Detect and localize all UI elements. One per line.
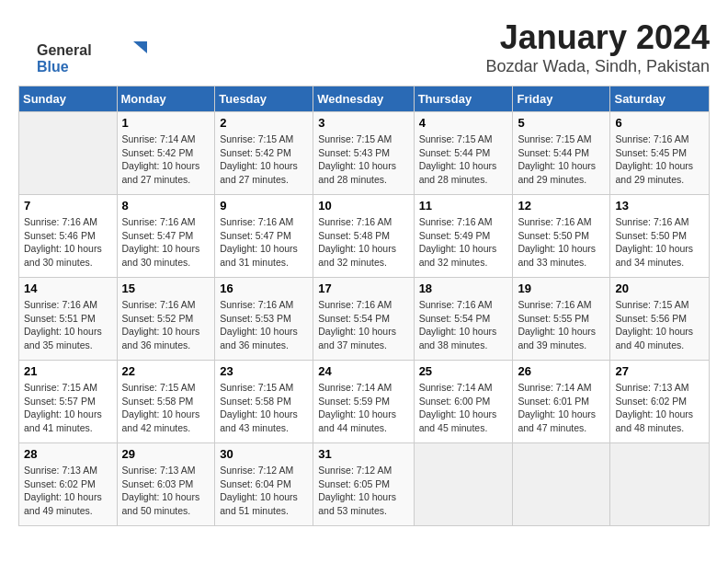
calendar-cell: 16Sunrise: 7:16 AMSunset: 5:53 PMDayligh… (215, 278, 313, 361)
day-info: Sunrise: 7:16 AMSunset: 5:50 PMDaylight:… (615, 215, 704, 270)
day-info: Sunrise: 7:16 AMSunset: 5:51 PMDaylight:… (24, 298, 112, 352)
calendar-cell: 8Sunrise: 7:16 AMSunset: 5:47 PMDaylight… (117, 195, 215, 278)
day-number: 26 (518, 364, 605, 378)
day-number: 25 (419, 364, 508, 378)
day-info: Sunrise: 7:15 AMSunset: 5:44 PMDaylight:… (518, 132, 605, 187)
day-info: Sunrise: 7:15 AMSunset: 5:42 PMDaylight:… (220, 132, 308, 187)
calendar-cell: 25Sunrise: 7:14 AMSunset: 6:00 PMDayligh… (414, 361, 513, 443)
day-number: 14 (24, 282, 112, 295)
calendar-cell: 21Sunrise: 7:15 AMSunset: 5:57 PMDayligh… (19, 361, 118, 443)
calendar-cell: 18Sunrise: 7:16 AMSunset: 5:54 PMDayligh… (414, 278, 513, 361)
day-number: 19 (518, 282, 605, 295)
day-info: Sunrise: 7:16 AMSunset: 5:47 PMDaylight:… (220, 215, 308, 270)
weekday-header-tuesday: Tuesday (215, 86, 313, 112)
day-info: Sunrise: 7:14 AMSunset: 6:00 PMDaylight:… (419, 381, 508, 435)
calendar-cell: 1Sunrise: 7:14 AMSunset: 5:42 PMDaylight… (117, 112, 215, 195)
calendar-cell: 7Sunrise: 7:16 AMSunset: 5:46 PMDaylight… (19, 195, 118, 278)
calendar-cell: 23Sunrise: 7:15 AMSunset: 5:58 PMDayligh… (215, 361, 313, 443)
weekday-header-row: SundayMondayTuesdayWednesdayThursdayFrid… (19, 86, 710, 112)
day-number: 15 (122, 282, 210, 295)
day-number: 23 (220, 364, 308, 378)
weekday-header-thursday: Thursday (414, 86, 513, 112)
day-info: Sunrise: 7:16 AMSunset: 5:49 PMDaylight:… (419, 215, 508, 270)
day-info: Sunrise: 7:16 AMSunset: 5:50 PMDaylight:… (518, 215, 605, 270)
day-info: Sunrise: 7:15 AMSunset: 5:44 PMDaylight:… (419, 132, 508, 187)
calendar-cell: 9Sunrise: 7:16 AMSunset: 5:47 PMDaylight… (215, 195, 313, 278)
calendar-cell: 12Sunrise: 7:16 AMSunset: 5:50 PMDayligh… (513, 195, 610, 278)
day-number: 13 (615, 199, 704, 213)
day-number: 5 (518, 116, 605, 130)
calendar-cell: 4Sunrise: 7:15 AMSunset: 5:44 PMDaylight… (414, 112, 513, 195)
week-row-5: 28Sunrise: 7:13 AMSunset: 6:02 PMDayligh… (19, 443, 710, 526)
day-number: 7 (24, 199, 112, 213)
page-wrapper: General Blue January 2024 Bozdar Wada, S… (18, 18, 710, 526)
calendar-cell: 31Sunrise: 7:12 AMSunset: 6:05 PMDayligh… (313, 443, 414, 526)
day-info: Sunrise: 7:16 AMSunset: 5:54 PMDaylight:… (318, 298, 408, 352)
calendar-cell: 3Sunrise: 7:15 AMSunset: 5:43 PMDaylight… (313, 112, 414, 195)
logo: General Blue (37, 37, 147, 82)
day-info: Sunrise: 7:15 AMSunset: 5:57 PMDaylight:… (24, 381, 112, 435)
calendar-cell: 28Sunrise: 7:13 AMSunset: 6:02 PMDayligh… (19, 443, 118, 526)
calendar-cell: 10Sunrise: 7:16 AMSunset: 5:48 PMDayligh… (313, 195, 414, 278)
day-number: 29 (122, 447, 210, 461)
weekday-header-friday: Friday (513, 86, 610, 112)
day-number: 21 (24, 364, 112, 378)
day-info: Sunrise: 7:16 AMSunset: 5:48 PMDaylight:… (318, 215, 408, 270)
calendar-cell: 2Sunrise: 7:15 AMSunset: 5:42 PMDaylight… (215, 112, 313, 195)
day-info: Sunrise: 7:16 AMSunset: 5:52 PMDaylight:… (122, 298, 210, 352)
week-row-3: 14Sunrise: 7:16 AMSunset: 5:51 PMDayligh… (19, 278, 710, 361)
calendar-cell: 17Sunrise: 7:16 AMSunset: 5:54 PMDayligh… (313, 278, 414, 361)
calendar-cell: 27Sunrise: 7:13 AMSunset: 6:02 PMDayligh… (610, 361, 710, 443)
week-row-1: 1Sunrise: 7:14 AMSunset: 5:42 PMDaylight… (19, 112, 710, 195)
day-info: Sunrise: 7:14 AMSunset: 6:01 PMDaylight:… (518, 381, 605, 435)
day-info: Sunrise: 7:14 AMSunset: 5:59 PMDaylight:… (318, 381, 408, 435)
calendar-cell: 24Sunrise: 7:14 AMSunset: 5:59 PMDayligh… (313, 361, 414, 443)
day-number: 24 (318, 364, 408, 378)
svg-text:General: General (37, 42, 92, 58)
calendar-cell: 19Sunrise: 7:16 AMSunset: 5:55 PMDayligh… (513, 278, 610, 361)
calendar-cell (513, 443, 610, 526)
day-number: 4 (419, 116, 508, 130)
day-number: 28 (24, 447, 112, 461)
calendar-cell (19, 112, 118, 195)
weekday-header-saturday: Saturday (610, 86, 710, 112)
calendar-cell: 11Sunrise: 7:16 AMSunset: 5:49 PMDayligh… (414, 195, 513, 278)
day-info: Sunrise: 7:16 AMSunset: 5:46 PMDaylight:… (24, 215, 112, 270)
calendar-cell: 13Sunrise: 7:16 AMSunset: 5:50 PMDayligh… (610, 195, 710, 278)
week-row-4: 21Sunrise: 7:15 AMSunset: 5:57 PMDayligh… (19, 361, 710, 443)
day-number: 17 (318, 282, 408, 295)
weekday-header-wednesday: Wednesday (313, 86, 414, 112)
day-number: 31 (318, 447, 408, 461)
day-number: 9 (220, 199, 308, 213)
day-info: Sunrise: 7:16 AMSunset: 5:55 PMDaylight:… (518, 298, 605, 352)
day-info: Sunrise: 7:12 AMSunset: 6:05 PMDaylight:… (318, 464, 408, 518)
svg-marker-1 (133, 41, 147, 53)
calendar-cell (414, 443, 513, 526)
svg-text:Blue: Blue (37, 59, 69, 75)
day-info: Sunrise: 7:16 AMSunset: 5:47 PMDaylight:… (122, 215, 210, 270)
day-info: Sunrise: 7:13 AMSunset: 6:02 PMDaylight:… (615, 381, 704, 435)
day-number: 18 (419, 282, 508, 295)
day-info: Sunrise: 7:16 AMSunset: 5:53 PMDaylight:… (220, 298, 308, 352)
day-number: 1 (122, 116, 210, 130)
day-info: Sunrise: 7:15 AMSunset: 5:56 PMDaylight:… (615, 298, 704, 352)
day-info: Sunrise: 7:15 AMSunset: 5:43 PMDaylight:… (318, 132, 408, 187)
calendar-cell: 22Sunrise: 7:15 AMSunset: 5:58 PMDayligh… (117, 361, 215, 443)
day-number: 6 (615, 116, 704, 130)
day-number: 20 (615, 282, 704, 295)
calendar-cell: 5Sunrise: 7:15 AMSunset: 5:44 PMDaylight… (513, 112, 610, 195)
day-info: Sunrise: 7:15 AMSunset: 5:58 PMDaylight:… (122, 381, 210, 435)
week-row-2: 7Sunrise: 7:16 AMSunset: 5:46 PMDaylight… (19, 195, 710, 278)
day-info: Sunrise: 7:16 AMSunset: 5:54 PMDaylight:… (419, 298, 508, 352)
calendar-cell: 20Sunrise: 7:15 AMSunset: 5:56 PMDayligh… (610, 278, 710, 361)
day-info: Sunrise: 7:14 AMSunset: 5:42 PMDaylight:… (122, 132, 210, 187)
day-info: Sunrise: 7:15 AMSunset: 5:58 PMDaylight:… (220, 381, 308, 435)
day-number: 12 (518, 199, 605, 213)
weekday-header-monday: Monday (117, 86, 215, 112)
day-info: Sunrise: 7:16 AMSunset: 5:45 PMDaylight:… (615, 132, 704, 187)
day-info: Sunrise: 7:13 AMSunset: 6:03 PMDaylight:… (122, 464, 210, 518)
calendar-cell (610, 443, 710, 526)
weekday-header-sunday: Sunday (19, 86, 118, 112)
day-number: 3 (318, 116, 408, 130)
day-number: 27 (615, 364, 704, 378)
